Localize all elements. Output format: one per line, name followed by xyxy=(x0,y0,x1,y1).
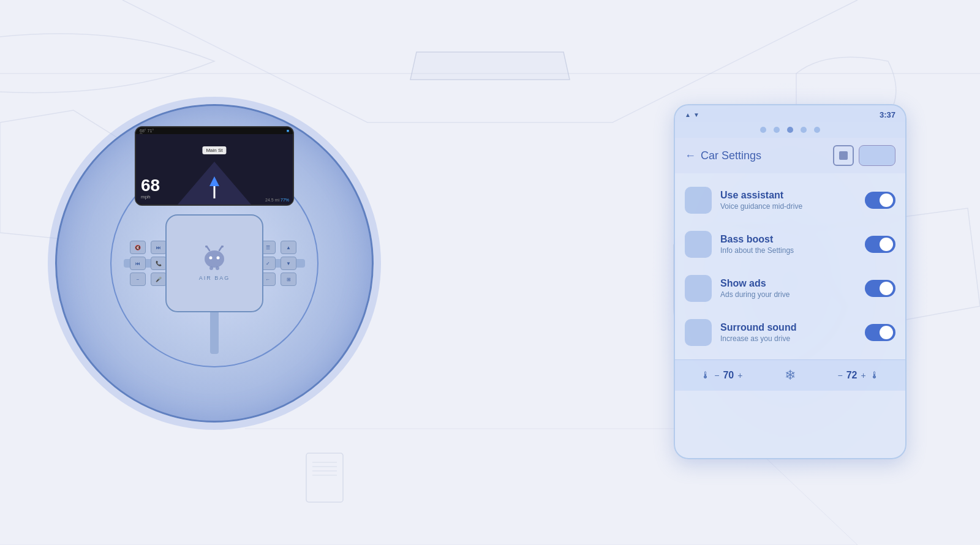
left-button-cluster: 🔇 ⏭ ⏮ 📞 − 🎤 xyxy=(130,241,169,286)
surround-sound-text: Surround sound Increase as you drive xyxy=(720,322,856,343)
right-button-cluster: ☰ ▲ ✓ ▼ ← ⊞ xyxy=(260,241,299,286)
bass-boost-text: Bass boost Info about the Settings xyxy=(720,234,856,255)
phone-nav-dots xyxy=(675,122,905,138)
setting-item-use-assistant: Use assistant Voice guidance mid-drive xyxy=(675,178,905,222)
nav-info: 24.5 mi 77% xyxy=(265,198,289,202)
speed-unit: mph xyxy=(141,194,160,200)
steering-wheel-section: 🔇 ⏭ ⏮ 📞 − 🎤 ☰ ▲ ✓ ▼ ← ⊞ xyxy=(37,49,392,478)
bass-boost-desc: Info about the Settings xyxy=(720,246,856,255)
setting-item-show-ads: Show ads Ads during your drive xyxy=(675,266,905,310)
header-title: Car Settings xyxy=(701,149,761,162)
use-assistant-toggle-thumb xyxy=(880,194,893,207)
mic-btn[interactable]: 🎤 xyxy=(151,272,167,286)
svg-line-10 xyxy=(219,247,222,250)
speed-value: 68 xyxy=(141,177,160,194)
android-logo xyxy=(199,246,230,270)
surround-sound-title: Surround sound xyxy=(720,322,856,333)
show-ads-title: Show ads xyxy=(720,278,856,289)
battery-indicator: ■ xyxy=(287,129,289,133)
up-btn[interactable]: ▲ xyxy=(281,241,296,254)
minus-btn[interactable]: − xyxy=(130,272,146,286)
left-temp-control: 🌡 − 70 + xyxy=(701,370,742,381)
status-time: 3:37 xyxy=(880,110,895,119)
nav-map-display: Main St 68 mph 24.5 mi 77% xyxy=(136,134,293,205)
right-heat-icon: 🌡 xyxy=(870,370,880,381)
nav-dot-1[interactable] xyxy=(760,127,766,133)
extra-btn[interactable]: ⊞ xyxy=(281,272,296,286)
nav-dot-3-active[interactable] xyxy=(787,127,793,133)
left-heat-icon: 🌡 xyxy=(701,370,710,381)
surround-sound-desc: Increase as you drive xyxy=(720,334,856,343)
stop-icon xyxy=(839,151,848,160)
settings-list: Use assistant Voice guidance mid-drive B… xyxy=(675,173,905,359)
svg-point-7 xyxy=(205,250,224,268)
use-assistant-text: Use assistant Voice guidance mid-drive xyxy=(720,190,856,211)
show-ads-toggle-thumb xyxy=(880,282,893,295)
left-temp-minus[interactable]: − xyxy=(714,370,719,380)
nav-dot-4[interactable] xyxy=(801,127,807,133)
use-assistant-icon xyxy=(685,187,712,214)
speed-display: 68 mph xyxy=(141,177,160,200)
right-temp-control: − 72 + 🌡 xyxy=(838,370,880,381)
svg-point-13 xyxy=(217,257,220,260)
nav-dot-2[interactable] xyxy=(774,127,780,133)
nav-dot-5[interactable] xyxy=(814,127,820,133)
svg-point-12 xyxy=(209,257,213,260)
header-left: ← Car Settings xyxy=(685,149,761,162)
road-center-line xyxy=(214,186,216,198)
status-icons: ▲ ▼ xyxy=(685,111,699,118)
signal-icon: ▲ xyxy=(685,111,691,118)
svg-line-8 xyxy=(207,247,209,250)
svg-rect-14 xyxy=(209,266,213,270)
surround-sound-icon xyxy=(685,319,712,346)
bass-boost-icon xyxy=(685,231,712,258)
show-ads-icon xyxy=(685,275,712,302)
bass-boost-title: Bass boost xyxy=(720,234,856,245)
surround-sound-toggle[interactable] xyxy=(865,324,895,341)
setting-item-bass-boost: Bass boost Info about the Settings xyxy=(675,222,905,266)
svg-rect-15 xyxy=(216,266,219,270)
show-ads-toggle[interactable] xyxy=(865,280,895,297)
mute-btn[interactable]: 🔇 xyxy=(130,241,146,254)
use-assistant-toggle[interactable] xyxy=(865,192,895,209)
phone-top-bar: P R N D 68° 71° ■ xyxy=(136,127,293,134)
right-temp-plus[interactable]: + xyxy=(861,370,866,380)
action-button[interactable] xyxy=(859,145,895,166)
bass-boost-toggle[interactable] xyxy=(865,236,895,253)
phone-status-bar: ▲ ▼ 3:37 xyxy=(675,105,905,122)
stop-button[interactable] xyxy=(833,145,854,166)
phone-display: P R N D 68° 71° ■ Main St 68 mph xyxy=(135,126,294,206)
setting-item-surround-sound: Surround sound Increase as you drive xyxy=(675,310,905,355)
airbag-label: AIR BAG xyxy=(199,275,230,281)
app-header: ← Car Settings xyxy=(675,138,905,173)
use-assistant-desc: Voice guidance mid-drive xyxy=(720,202,856,211)
nav-car-indicator xyxy=(209,176,219,186)
phone-btn[interactable]: 📞 xyxy=(151,257,167,270)
spoke-bottom xyxy=(210,305,219,354)
bass-boost-toggle-thumb xyxy=(880,238,893,251)
skip-back-btn[interactable]: ⏮ xyxy=(130,257,146,270)
phone-ui-panel: ▲ ▼ 3:37 ← Car Settings Use assista xyxy=(674,104,907,459)
right-temp-minus[interactable]: − xyxy=(838,370,843,380)
right-temp-value: 72 xyxy=(846,370,858,381)
street-label: Main St xyxy=(202,146,226,154)
show-ads-text: Show ads Ads during your drive xyxy=(720,278,856,299)
down-btn[interactable]: ▼ xyxy=(281,257,296,270)
surround-sound-toggle-thumb xyxy=(880,326,893,339)
left-temp-value: 70 xyxy=(723,370,734,381)
fan-icon: ❄ xyxy=(785,367,796,383)
use-assistant-title: Use assistant xyxy=(720,190,856,201)
wifi-icon: ▼ xyxy=(693,111,699,118)
show-ads-desc: Ads during your drive xyxy=(720,290,856,299)
header-right xyxy=(833,145,895,166)
back-button[interactable]: ← xyxy=(685,149,696,162)
left-temp-plus[interactable]: + xyxy=(737,370,742,380)
phone-screen: P R N D 68° 71° ■ Main St 68 mph xyxy=(136,127,293,205)
skip-forward-btn[interactable]: ⏭ xyxy=(151,241,167,254)
bottom-temperature-bar: 🌡 − 70 + ❄ − 72 + 🌡 xyxy=(675,359,905,391)
steering-center: AIR BAG xyxy=(165,214,263,312)
